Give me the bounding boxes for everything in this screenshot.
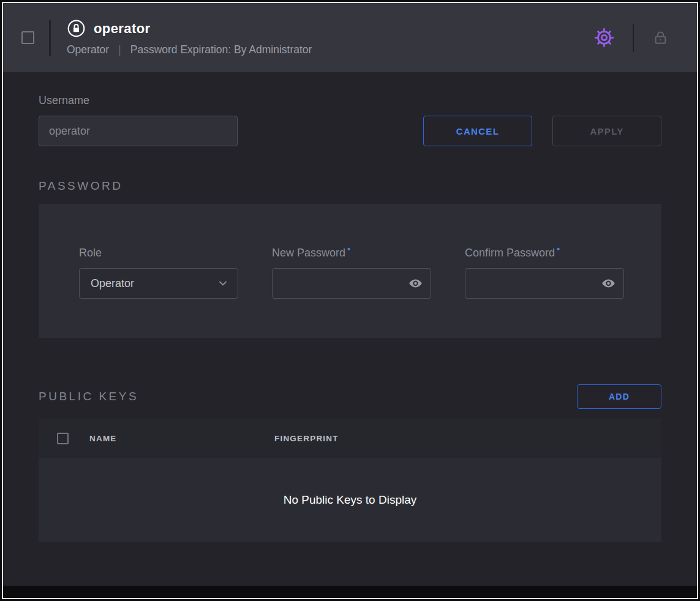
title-block: operator Operator | Password Expiration:… — [67, 19, 312, 56]
role-select[interactable]: Operator — [79, 268, 238, 299]
password-section-heading: PASSWORD — [39, 179, 661, 193]
empty-state-message: No Public Keys to Display — [39, 458, 661, 542]
confirm-password-input[interactable] — [465, 268, 624, 299]
password-panel: Role Operator New Password• — [39, 204, 661, 338]
gear-icon — [594, 28, 614, 48]
form-actions: CANCEL APPLY — [423, 116, 661, 146]
role-text: Operator — [67, 43, 109, 56]
table-header-row: NAME FINGERPRINT — [39, 419, 661, 458]
confirm-password-field: Confirm Password• — [465, 247, 624, 299]
user-detail-window: operator Operator | Password Expiration:… — [2, 2, 698, 599]
public-keys-header: PUBLIC KEYS ADD — [39, 384, 661, 409]
public-keys-table: NAME FINGERPRINT No Public Keys to Displ… — [39, 419, 661, 542]
lock-icon — [652, 29, 669, 46]
role-label: Role — [79, 247, 238, 259]
username-field: Username — [39, 94, 238, 146]
role-field: Role Operator — [79, 247, 238, 299]
username-row: Username CANCEL APPLY — [39, 94, 661, 146]
header: operator Operator | Password Expiration:… — [3, 3, 697, 72]
column-header-fingerprint: FINGERPRINT — [274, 434, 339, 443]
username-input[interactable] — [39, 116, 238, 146]
lock-button[interactable] — [652, 29, 669, 46]
subtitle-divider: | — [118, 43, 121, 56]
cancel-button[interactable]: CANCEL — [423, 116, 532, 146]
column-header-name: NAME — [89, 434, 274, 443]
new-password-field: New Password• — [272, 247, 431, 299]
role-select-value: Operator — [91, 277, 134, 290]
confirm-password-label: Confirm Password• — [465, 247, 624, 259]
header-divider — [49, 20, 51, 56]
username-label: Username — [39, 94, 238, 107]
header-right-divider — [633, 24, 634, 52]
new-password-input[interactable] — [272, 268, 431, 299]
page-title: operator — [94, 21, 150, 37]
chevron-down-icon — [217, 277, 229, 289]
bottom-strip — [3, 586, 697, 598]
public-keys-heading: PUBLIC KEYS — [39, 390, 138, 403]
select-user-checkbox[interactable] — [21, 31, 34, 44]
select-all-checkbox[interactable] — [57, 433, 69, 444]
password-fields-row: Role Operator New Password• — [79, 247, 621, 299]
header-subtitle: Operator | Password Expiration: By Admin… — [67, 43, 312, 56]
confirm-password-label-text: Confirm Password — [465, 247, 555, 259]
show-confirm-password-icon[interactable] — [601, 276, 616, 291]
account-lock-icon — [67, 19, 86, 38]
required-marker: • — [557, 244, 560, 254]
apply-button[interactable]: APPLY — [552, 116, 661, 146]
main-content: Username CANCEL APPLY PASSWORD Role Oper… — [3, 94, 697, 542]
required-marker: • — [347, 244, 350, 254]
show-new-password-icon[interactable] — [408, 276, 423, 291]
new-password-label-text: New Password — [272, 247, 345, 259]
expiration-text: Password Expiration: By Administrator — [130, 43, 312, 56]
new-password-label: New Password• — [272, 247, 431, 259]
add-public-key-button[interactable]: ADD — [577, 384, 661, 409]
settings-button[interactable] — [594, 28, 614, 48]
